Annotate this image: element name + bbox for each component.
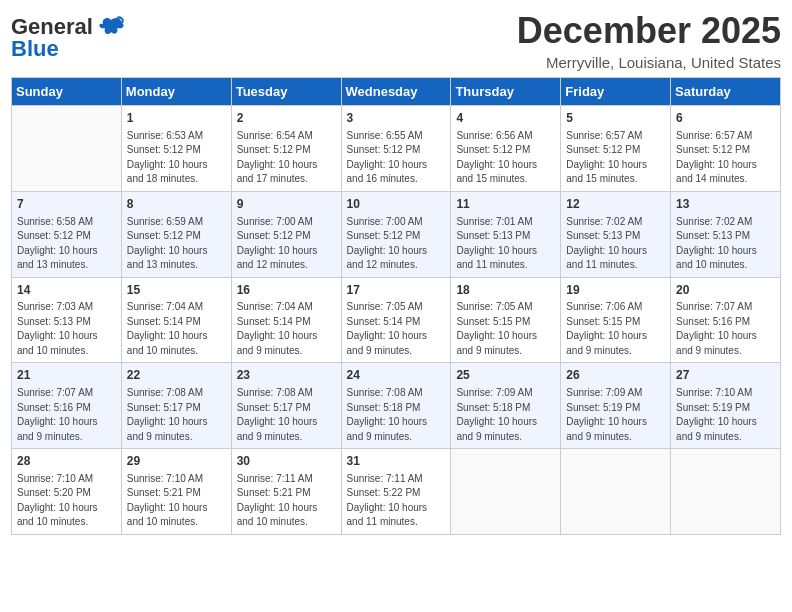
day-number: 7 bbox=[17, 196, 116, 213]
logo: General Blue bbox=[11, 10, 125, 62]
day-info: Sunrise: 7:09 AM Sunset: 5:18 PM Dayligh… bbox=[456, 386, 555, 444]
day-number: 14 bbox=[17, 282, 116, 299]
day-info: Sunrise: 7:05 AM Sunset: 5:15 PM Dayligh… bbox=[456, 300, 555, 358]
calendar-cell: 13Sunrise: 7:02 AM Sunset: 5:13 PM Dayli… bbox=[671, 191, 781, 277]
calendar-cell: 3Sunrise: 6:55 AM Sunset: 5:12 PM Daylig… bbox=[341, 106, 451, 192]
calendar-week-row: 21Sunrise: 7:07 AM Sunset: 5:16 PM Dayli… bbox=[12, 363, 781, 449]
day-number: 1 bbox=[127, 110, 226, 127]
calendar-cell: 6Sunrise: 6:57 AM Sunset: 5:12 PM Daylig… bbox=[671, 106, 781, 192]
day-of-week-header: Tuesday bbox=[231, 78, 341, 106]
day-info: Sunrise: 6:56 AM Sunset: 5:12 PM Dayligh… bbox=[456, 129, 555, 187]
day-info: Sunrise: 7:06 AM Sunset: 5:15 PM Dayligh… bbox=[566, 300, 665, 358]
day-info: Sunrise: 7:00 AM Sunset: 5:12 PM Dayligh… bbox=[347, 215, 446, 273]
calendar-cell: 8Sunrise: 6:59 AM Sunset: 5:12 PM Daylig… bbox=[121, 191, 231, 277]
day-info: Sunrise: 6:55 AM Sunset: 5:12 PM Dayligh… bbox=[347, 129, 446, 187]
calendar-cell: 25Sunrise: 7:09 AM Sunset: 5:18 PM Dayli… bbox=[451, 363, 561, 449]
day-info: Sunrise: 7:04 AM Sunset: 5:14 PM Dayligh… bbox=[127, 300, 226, 358]
calendar-week-row: 14Sunrise: 7:03 AM Sunset: 5:13 PM Dayli… bbox=[12, 277, 781, 363]
calendar-table: SundayMondayTuesdayWednesdayThursdayFrid… bbox=[11, 77, 781, 535]
days-of-week-row: SundayMondayTuesdayWednesdayThursdayFrid… bbox=[12, 78, 781, 106]
day-number: 6 bbox=[676, 110, 775, 127]
location-text: Merryville, Louisiana, United States bbox=[517, 54, 781, 71]
day-number: 8 bbox=[127, 196, 226, 213]
calendar-cell: 22Sunrise: 7:08 AM Sunset: 5:17 PM Dayli… bbox=[121, 363, 231, 449]
calendar-cell: 28Sunrise: 7:10 AM Sunset: 5:20 PM Dayli… bbox=[12, 449, 122, 535]
calendar-cell: 10Sunrise: 7:00 AM Sunset: 5:12 PM Dayli… bbox=[341, 191, 451, 277]
day-number: 15 bbox=[127, 282, 226, 299]
calendar-header: SundayMondayTuesdayWednesdayThursdayFrid… bbox=[12, 78, 781, 106]
calendar-week-row: 28Sunrise: 7:10 AM Sunset: 5:20 PM Dayli… bbox=[12, 449, 781, 535]
day-number: 25 bbox=[456, 367, 555, 384]
day-info: Sunrise: 7:00 AM Sunset: 5:12 PM Dayligh… bbox=[237, 215, 336, 273]
title-section: December 2025 Merryville, Louisiana, Uni… bbox=[517, 10, 781, 71]
calendar-cell bbox=[561, 449, 671, 535]
day-of-week-header: Thursday bbox=[451, 78, 561, 106]
calendar-cell: 20Sunrise: 7:07 AM Sunset: 5:16 PM Dayli… bbox=[671, 277, 781, 363]
calendar-cell: 27Sunrise: 7:10 AM Sunset: 5:19 PM Dayli… bbox=[671, 363, 781, 449]
calendar-cell: 19Sunrise: 7:06 AM Sunset: 5:15 PM Dayli… bbox=[561, 277, 671, 363]
calendar-cell: 26Sunrise: 7:09 AM Sunset: 5:19 PM Dayli… bbox=[561, 363, 671, 449]
calendar-cell: 30Sunrise: 7:11 AM Sunset: 5:21 PM Dayli… bbox=[231, 449, 341, 535]
day-info: Sunrise: 6:54 AM Sunset: 5:12 PM Dayligh… bbox=[237, 129, 336, 187]
day-number: 20 bbox=[676, 282, 775, 299]
calendar-cell: 29Sunrise: 7:10 AM Sunset: 5:21 PM Dayli… bbox=[121, 449, 231, 535]
day-number: 5 bbox=[566, 110, 665, 127]
day-number: 26 bbox=[566, 367, 665, 384]
calendar-cell: 7Sunrise: 6:58 AM Sunset: 5:12 PM Daylig… bbox=[12, 191, 122, 277]
day-number: 23 bbox=[237, 367, 336, 384]
day-info: Sunrise: 7:07 AM Sunset: 5:16 PM Dayligh… bbox=[17, 386, 116, 444]
day-info: Sunrise: 7:03 AM Sunset: 5:13 PM Dayligh… bbox=[17, 300, 116, 358]
day-info: Sunrise: 7:11 AM Sunset: 5:21 PM Dayligh… bbox=[237, 472, 336, 530]
day-info: Sunrise: 7:10 AM Sunset: 5:21 PM Dayligh… bbox=[127, 472, 226, 530]
day-info: Sunrise: 7:05 AM Sunset: 5:14 PM Dayligh… bbox=[347, 300, 446, 358]
calendar-cell: 9Sunrise: 7:00 AM Sunset: 5:12 PM Daylig… bbox=[231, 191, 341, 277]
day-number: 10 bbox=[347, 196, 446, 213]
day-info: Sunrise: 6:57 AM Sunset: 5:12 PM Dayligh… bbox=[566, 129, 665, 187]
day-number: 30 bbox=[237, 453, 336, 470]
calendar-cell: 11Sunrise: 7:01 AM Sunset: 5:13 PM Dayli… bbox=[451, 191, 561, 277]
day-info: Sunrise: 7:11 AM Sunset: 5:22 PM Dayligh… bbox=[347, 472, 446, 530]
day-number: 17 bbox=[347, 282, 446, 299]
day-info: Sunrise: 7:08 AM Sunset: 5:17 PM Dayligh… bbox=[127, 386, 226, 444]
page-header: General Blue December 2025 Merryville, L… bbox=[11, 10, 781, 71]
calendar-cell bbox=[451, 449, 561, 535]
day-of-week-header: Sunday bbox=[12, 78, 122, 106]
day-info: Sunrise: 7:08 AM Sunset: 5:17 PM Dayligh… bbox=[237, 386, 336, 444]
day-info: Sunrise: 7:07 AM Sunset: 5:16 PM Dayligh… bbox=[676, 300, 775, 358]
logo-bird-icon bbox=[97, 16, 125, 38]
day-info: Sunrise: 6:58 AM Sunset: 5:12 PM Dayligh… bbox=[17, 215, 116, 273]
day-number: 2 bbox=[237, 110, 336, 127]
day-number: 29 bbox=[127, 453, 226, 470]
calendar-cell: 5Sunrise: 6:57 AM Sunset: 5:12 PM Daylig… bbox=[561, 106, 671, 192]
day-info: Sunrise: 7:02 AM Sunset: 5:13 PM Dayligh… bbox=[566, 215, 665, 273]
day-number: 9 bbox=[237, 196, 336, 213]
day-info: Sunrise: 7:04 AM Sunset: 5:14 PM Dayligh… bbox=[237, 300, 336, 358]
calendar-cell: 15Sunrise: 7:04 AM Sunset: 5:14 PM Dayli… bbox=[121, 277, 231, 363]
calendar-cell: 18Sunrise: 7:05 AM Sunset: 5:15 PM Dayli… bbox=[451, 277, 561, 363]
day-number: 24 bbox=[347, 367, 446, 384]
day-number: 31 bbox=[347, 453, 446, 470]
day-number: 3 bbox=[347, 110, 446, 127]
calendar-cell: 24Sunrise: 7:08 AM Sunset: 5:18 PM Dayli… bbox=[341, 363, 451, 449]
calendar-cell: 2Sunrise: 6:54 AM Sunset: 5:12 PM Daylig… bbox=[231, 106, 341, 192]
day-of-week-header: Monday bbox=[121, 78, 231, 106]
calendar-cell bbox=[12, 106, 122, 192]
day-number: 4 bbox=[456, 110, 555, 127]
day-info: Sunrise: 7:10 AM Sunset: 5:20 PM Dayligh… bbox=[17, 472, 116, 530]
calendar-week-row: 1Sunrise: 6:53 AM Sunset: 5:12 PM Daylig… bbox=[12, 106, 781, 192]
day-info: Sunrise: 7:01 AM Sunset: 5:13 PM Dayligh… bbox=[456, 215, 555, 273]
day-number: 27 bbox=[676, 367, 775, 384]
calendar-cell: 4Sunrise: 6:56 AM Sunset: 5:12 PM Daylig… bbox=[451, 106, 561, 192]
calendar-week-row: 7Sunrise: 6:58 AM Sunset: 5:12 PM Daylig… bbox=[12, 191, 781, 277]
calendar-cell: 14Sunrise: 7:03 AM Sunset: 5:13 PM Dayli… bbox=[12, 277, 122, 363]
day-number: 16 bbox=[237, 282, 336, 299]
day-number: 11 bbox=[456, 196, 555, 213]
page-container: General Blue December 2025 Merryville, L… bbox=[11, 10, 781, 535]
calendar-cell: 17Sunrise: 7:05 AM Sunset: 5:14 PM Dayli… bbox=[341, 277, 451, 363]
calendar-cell: 21Sunrise: 7:07 AM Sunset: 5:16 PM Dayli… bbox=[12, 363, 122, 449]
day-number: 18 bbox=[456, 282, 555, 299]
day-number: 12 bbox=[566, 196, 665, 213]
day-number: 21 bbox=[17, 367, 116, 384]
day-number: 13 bbox=[676, 196, 775, 213]
day-info: Sunrise: 6:59 AM Sunset: 5:12 PM Dayligh… bbox=[127, 215, 226, 273]
